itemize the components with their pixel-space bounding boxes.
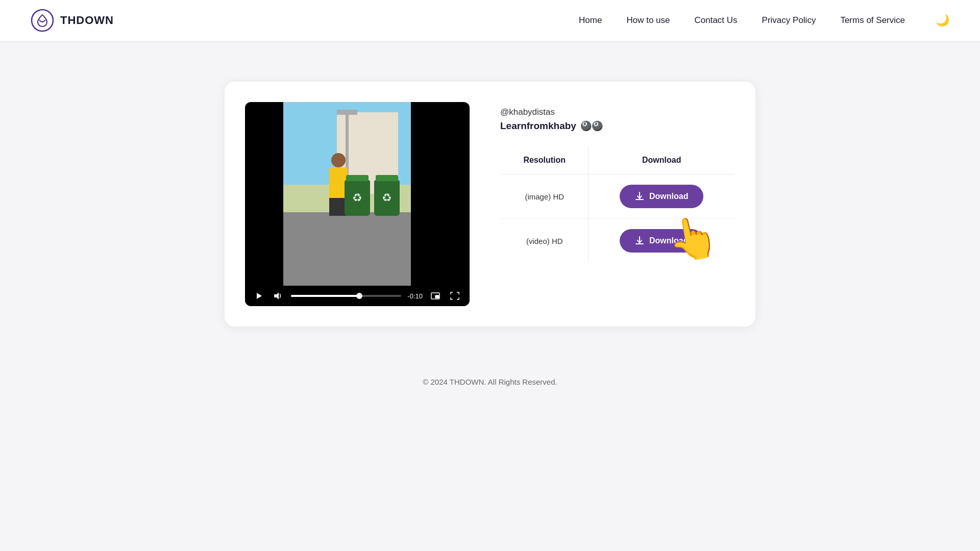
video-thumbnail: ♻ ♻ [245,102,470,286]
display-name-emoji: 🎱🎱 [580,120,603,132]
col-header-resolution: Resolution [501,146,589,174]
dark-mode-button[interactable]: 🌙 [936,14,949,27]
progress-fill [291,295,359,297]
download-cell-image: Download [589,174,735,219]
info-panel: @khabydistas Learnfromkhaby 🎱🎱 Resolutio… [500,102,735,263]
fullscreen-icon [450,292,459,300]
progress-bar[interactable] [291,295,401,297]
display-name: Learnfromkhaby 🎱🎱 [500,120,735,132]
play-icon [255,292,263,300]
volume-icon [274,292,283,300]
download-cell-video: Download 👆 [589,219,735,263]
svg-marker-2 [274,292,279,299]
play-button[interactable] [253,291,265,301]
copyright-text: © 2024 THDOWN. All Rights Reserved. [423,378,557,386]
download-table: Resolution Download (image) HD [500,146,735,263]
download-table-wrapper: Resolution Download (image) HD [500,146,735,263]
fullscreen-button[interactable] [448,291,461,301]
logo-text: THDOWN [60,14,114,27]
download-image-button[interactable]: Download [620,185,703,208]
volume-button[interactable] [272,291,285,301]
svg-marker-1 [257,293,262,299]
nav-contact-us[interactable]: Contact Us [695,15,738,26]
download-video-button[interactable]: Download [620,229,703,253]
resolution-cell-video: (video) HD [501,219,589,263]
video-scene: ♻ ♻ [245,102,470,286]
download-icon [635,192,644,201]
logo-icon [31,9,54,32]
bin-2: ♻ [374,180,400,216]
nav-terms-of-service[interactable]: Terms of Service [840,15,905,26]
main-card: ♻ ♻ [225,82,755,327]
road [283,212,411,286]
hand-wrapper: Download 👆 [620,229,703,253]
video-controls: -0:10 [245,286,470,306]
main-nav: Home How to use Contact Us Privacy Polic… [579,14,949,27]
col-header-download: Download [589,146,735,174]
time-display: -0:10 [407,292,423,300]
garbage-bins: ♻ ♻ [345,180,400,216]
nav-home[interactable]: Home [579,15,602,26]
nav-privacy-policy[interactable]: Privacy Policy [762,15,816,26]
pip-icon [431,292,440,299]
nav-how-to-use[interactable]: How to use [626,15,670,26]
bin-1: ♻ [345,180,370,216]
username: @khabydistas [500,107,735,117]
table-row: (image) HD Download [501,174,735,219]
pip-button[interactable] [429,291,442,300]
svg-point-0 [32,10,53,31]
footer: © 2024 THDOWN. All Rights Reserved. [0,357,980,407]
resolution-cell-image: (image) HD [501,174,589,219]
download-icon-2 [635,236,644,245]
svg-rect-4 [435,295,439,298]
video-player: ♻ ♻ [245,102,470,306]
table-row: (video) HD Download [501,219,735,263]
logo[interactable]: THDOWN [31,9,114,32]
